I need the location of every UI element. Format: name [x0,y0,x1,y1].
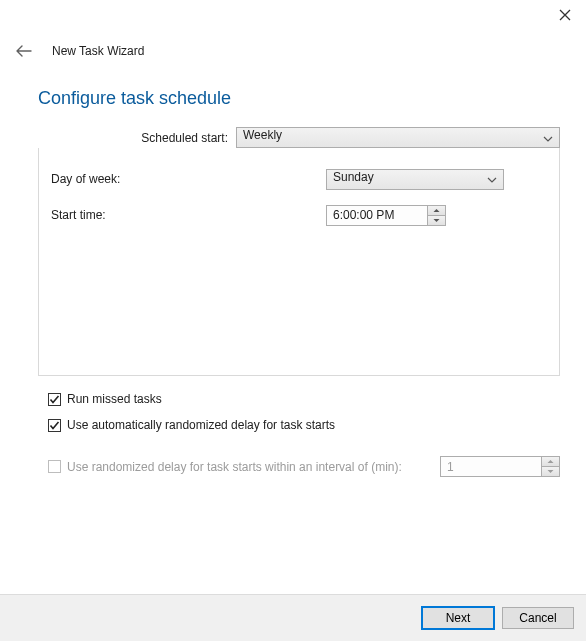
day-of-week-value: Sunday [333,170,374,184]
run-missed-row: Run missed tasks [48,392,560,406]
day-of-week-row: Day of week: Sunday [51,168,547,190]
start-time-value: 6:00:00 PM [327,206,427,225]
start-time-up-button[interactable] [428,206,445,215]
day-of-week-select[interactable]: Sunday [326,169,504,190]
interval-random-label: Use randomized delay for task starts wit… [67,460,440,474]
run-missed-label: Run missed tasks [67,392,162,406]
interval-random-value: 1 [441,457,541,476]
scheduled-start-label: Scheduled start: [38,131,228,145]
day-of-week-label: Day of week: [51,172,326,186]
chevron-down-icon [487,172,497,186]
close-button[interactable] [556,6,574,24]
footer-bar: Next Cancel [0,594,586,641]
next-button[interactable]: Next [422,607,494,629]
scheduled-start-row: Scheduled start: Weekly [0,127,586,148]
interval-random-input: 1 [440,456,560,477]
options-section: Run missed tasks Use automatically rando… [0,376,586,444]
start-time-row: Start time: 6:00:00 PM [51,204,547,226]
interval-random-row: Use randomized delay for task starts wit… [0,456,586,477]
start-time-label: Start time: [51,208,326,222]
interval-random-up-button [542,457,559,466]
cancel-button[interactable]: Cancel [502,607,574,629]
header: New Task Wizard [0,0,586,64]
run-missed-checkbox[interactable] [48,393,61,406]
interval-random-down-button [542,466,559,476]
start-time-spinner [427,206,445,225]
interval-random-checkbox [48,460,61,473]
page-heading: Configure task schedule [0,64,586,127]
scheduled-start-value: Weekly [243,128,282,142]
schedule-panel: Day of week: Sunday Start time: 6:00:00 … [38,148,560,376]
start-time-down-button[interactable] [428,215,445,225]
back-button[interactable] [14,41,34,61]
chevron-down-icon [543,131,553,145]
auto-random-checkbox[interactable] [48,419,61,432]
start-time-input[interactable]: 6:00:00 PM [326,205,446,226]
interval-random-spinner [541,457,559,476]
auto-random-label: Use automatically randomized delay for t… [67,418,335,432]
auto-random-row: Use automatically randomized delay for t… [48,418,560,432]
scheduled-start-select[interactable]: Weekly [236,127,560,148]
window-title: New Task Wizard [52,44,144,58]
